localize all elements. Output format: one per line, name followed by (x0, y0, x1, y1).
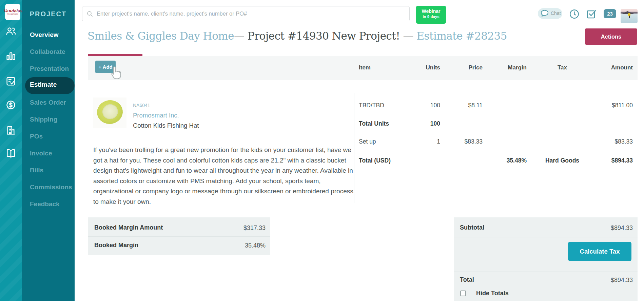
li-price: $8.11 (445, 102, 483, 109)
logo-name: Vandelay (3, 9, 22, 13)
avatar-person-legs (629, 16, 630, 18)
totals-panel: Subtotal $894.33 Calculate Tax Total $89… (454, 217, 638, 301)
estimate-number-link[interactable]: Estimate #28235 (416, 30, 507, 42)
vandelay-logo[interactable]: Vandelay PROMOTIONS (5, 4, 20, 20)
sidebar-item-sales-order[interactable]: Sales Order (30, 98, 74, 108)
chat-button[interactable]: Chat (538, 8, 562, 19)
li-units: 100 (406, 120, 440, 127)
product-hat-image (95, 99, 124, 126)
dollar-icon[interactable] (5, 100, 16, 110)
subtotal-label: Subtotal (460, 224, 484, 231)
subtotal-value: $894.33 (611, 224, 633, 232)
search-icon (86, 10, 93, 17)
project-sidebar: PROJECT Overview Collaborate Presentatio… (22, 0, 75, 301)
webinar-line1: Webinar (416, 8, 446, 14)
logo-tagline: PROMOTIONS (7, 13, 18, 15)
app-icon-rail: Vandelay PROMOTIONS (0, 0, 22, 301)
li-tax: Hard Goods (533, 157, 591, 164)
sidebar-item-estimate[interactable]: Estimate (25, 77, 75, 94)
order-check-icon[interactable] (5, 76, 16, 87)
total-usd-row: Total (USD) 35.48% Hard Goods $894.33 (359, 151, 633, 170)
sidebar-item-overview[interactable]: Overview (30, 30, 74, 40)
col-header-units: Units (406, 64, 440, 72)
li-units: 100 (406, 102, 440, 109)
hide-totals-label: Hide Totals (476, 290, 509, 297)
total-label: Total (460, 276, 474, 283)
total-value: $894.33 (611, 277, 633, 284)
users-icon[interactable] (5, 26, 16, 37)
company-icon[interactable] (5, 125, 16, 136)
tasks-icon[interactable] (587, 9, 596, 19)
project-search (82, 6, 410, 21)
booked-margin-value: 35.48% (245, 242, 266, 249)
sidebar-item-feedback[interactable]: Feedback (30, 199, 74, 209)
col-header-margin: Margin (485, 64, 527, 72)
sidebar-item-estimate-label: Estimate (30, 81, 57, 88)
calculate-tax-button[interactable]: Calculate Tax (568, 242, 631, 261)
product-sku-link[interactable]: NA6041 (133, 103, 150, 108)
client-name-link[interactable]: Smiles & Giggles Day Home (87, 30, 234, 42)
chat-bubble-icon (540, 9, 549, 18)
catalog-icon[interactable] (5, 148, 16, 159)
booked-margin-label: Booked Margin (94, 242, 138, 249)
booked-margin-amount-value: $317.33 (243, 224, 266, 232)
li-units: 1 (406, 138, 440, 145)
li-price: $83.33 (445, 138, 483, 145)
product-name[interactable]: Cotton Kids Fishing Hat (133, 122, 199, 129)
li-item: Total (USD) (359, 157, 433, 164)
booked-margin-panel: Booked Margin Amount $317.33 Booked Marg… (88, 217, 270, 255)
clock-icon[interactable] (569, 9, 579, 19)
bar-chart-icon[interactable] (5, 50, 16, 61)
hide-totals-checkbox[interactable] (460, 291, 466, 296)
sidebar-item-invoice[interactable]: Invoice (30, 148, 74, 158)
li-margin: 35.48% (485, 157, 527, 164)
product-supplier-link[interactable]: Promosmart Inc. (133, 112, 179, 119)
sidebar-header: PROJECT (22, 10, 75, 18)
li-amount: $894.33 (593, 157, 633, 164)
sidebar-item-commissions[interactable]: Commissions (30, 182, 74, 192)
booked-margin-amount-label: Booked Margin Amount (94, 224, 163, 231)
col-header-amount: Amount (593, 64, 633, 72)
search-input[interactable] (97, 7, 405, 21)
sidebar-item-collaborate[interactable]: Collaborate (30, 47, 74, 57)
chat-label: Chat (551, 10, 561, 16)
product-description[interactable]: If you've been trolling for a great new … (93, 145, 359, 207)
panel-divider (88, 236, 270, 237)
user-avatar[interactable] (621, 9, 638, 23)
sidebar-item-shipping[interactable]: Shipping (30, 114, 74, 125)
project-title-text: — Project #14930 New Project! — (234, 30, 416, 42)
actions-button[interactable]: Actions (585, 28, 637, 45)
panel-divider (454, 237, 638, 237)
notification-count-badge[interactable]: 23 (604, 9, 616, 18)
col-header-price: Price (445, 64, 483, 72)
page-title: Smiles & Giggles Day Home— Project #1493… (87, 30, 562, 42)
col-header-tax: Tax (533, 64, 591, 72)
line-item-row[interactable]: TBD/TBD 100 $8.11 $811.00 (359, 96, 633, 115)
setup-charge-row[interactable]: Set up 1 $83.33 $83.33 (359, 133, 633, 151)
sidebar-item-pos[interactable]: POs (30, 131, 74, 142)
webinar-line2: in 9 days (416, 14, 446, 19)
header-divider (75, 50, 644, 50)
total-units-row: Total Units 100 (359, 115, 633, 133)
column-divider (354, 93, 354, 203)
panel-divider (454, 272, 638, 272)
add-item-button[interactable]: + Add (95, 61, 116, 73)
product-thumbnail[interactable] (93, 98, 126, 128)
li-amount: $83.33 (593, 138, 633, 145)
sidebar-item-presentation[interactable]: Presentation (30, 64, 74, 74)
sidebar-item-bills[interactable]: Bills (30, 165, 74, 175)
webinar-badge[interactable]: Webinar in 9 days (416, 6, 446, 24)
li-amount: $811.00 (593, 102, 633, 109)
panel-divider (454, 287, 638, 287)
